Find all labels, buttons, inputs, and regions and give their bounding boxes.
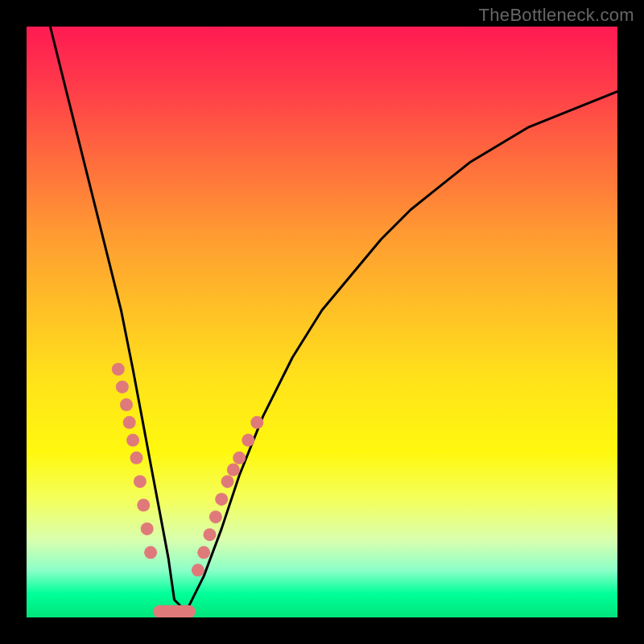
- outer-frame: TheBottleneck.com: [0, 0, 644, 644]
- left-dot-cluster-dot: [112, 363, 125, 376]
- left-dot-cluster-dot: [130, 452, 143, 464]
- left-dot-cluster-dot: [141, 522, 154, 535]
- right-dot-cluster-dot: [209, 510, 222, 523]
- left-dot-cluster-dot: [144, 546, 157, 559]
- left-dot-cluster-dot: [123, 416, 136, 429]
- right-dot-cluster-dot: [250, 416, 263, 429]
- right-dot-cluster-dot: [221, 475, 234, 488]
- bottleneck-curve-path: [50, 27, 617, 612]
- right-dot-cluster-dot: [215, 493, 228, 506]
- left-dot-cluster-dot: [116, 381, 129, 394]
- curve-layer: [50, 27, 617, 612]
- right-dot-cluster-dot: [197, 546, 210, 559]
- right-dot-cluster-dot: [204, 528, 217, 541]
- plot-area: [27, 27, 617, 617]
- right-dot-cluster-dot: [227, 464, 240, 477]
- dots-layer: [112, 363, 263, 612]
- left-dot-cluster-dot: [137, 499, 150, 512]
- watermark-text: TheBottleneck.com: [479, 5, 634, 26]
- right-dot-cluster-dot: [233, 452, 246, 464]
- left-dot-cluster-dot: [134, 475, 147, 488]
- left-dot-cluster-dot: [126, 434, 139, 447]
- left-dot-cluster-dot: [120, 398, 133, 411]
- chart-svg: [27, 27, 617, 617]
- right-dot-cluster-dot: [192, 564, 204, 576]
- right-dot-cluster-dot: [242, 434, 254, 447]
